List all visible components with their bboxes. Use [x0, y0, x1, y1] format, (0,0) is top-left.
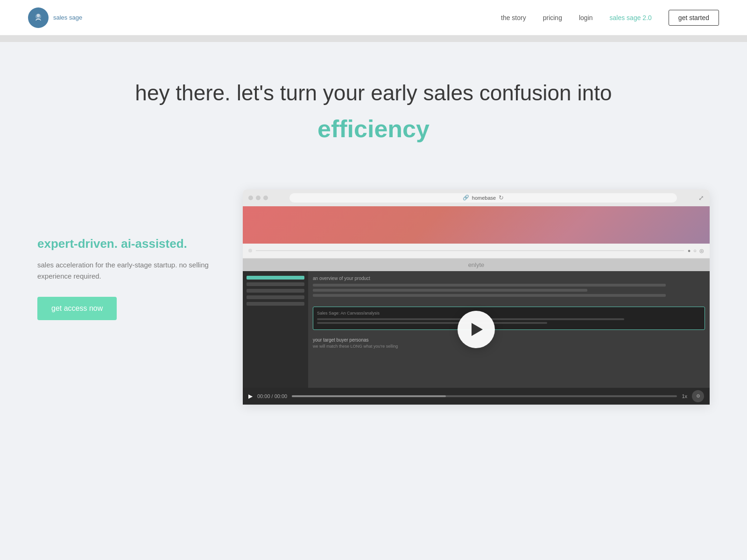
overview-section: an overview of your product: [313, 276, 705, 303]
expand-icon: ⤢: [698, 194, 704, 202]
hero-section: hey there. let's turn your early sales c…: [0, 42, 747, 161]
sidebar-item-2: [247, 289, 304, 293]
refresh-icon: ↻: [499, 194, 504, 201]
hero-highlight: efficiency: [28, 115, 719, 143]
app-name: enlyte: [468, 261, 485, 268]
nav: the story pricing login sales sage 2.0 g…: [501, 10, 719, 26]
target-label: your target buyer personas: [313, 337, 705, 343]
overview-label: an overview of your product: [313, 276, 705, 281]
content-section: expert-driven. ai-assisted. sales accele…: [0, 161, 747, 441]
video-panel: 🔗 homebase ↻ ⤢ ● ○ ◎ enlyte: [243, 189, 710, 405]
sidebar-item-3: [247, 295, 304, 299]
get-started-button[interactable]: get started: [669, 10, 719, 26]
app-icon-1: ●: [688, 248, 691, 254]
hero-headline: hey there. let's turn your early sales c…: [28, 79, 719, 107]
text-row-1: [313, 284, 666, 287]
url-label: homebase: [472, 195, 496, 201]
input-content-2: [317, 322, 547, 324]
video-speed: 1x: [682, 393, 687, 399]
play-button[interactable]: [458, 311, 495, 348]
app-nav-dot-1: [248, 249, 252, 252]
nav-story[interactable]: the story: [501, 14, 526, 21]
play-triangle-icon: [472, 323, 483, 336]
app-icon-3: ◎: [699, 248, 704, 254]
text-row-3: [313, 294, 666, 297]
sidebar-item-1: [247, 282, 304, 286]
get-access-button[interactable]: get access now: [37, 297, 117, 320]
video-content-wrapper: an overview of your product Sales Sage: …: [243, 271, 710, 388]
logo-text: sales sage: [53, 14, 82, 21]
video-speed-symbol: ⚙: [696, 393, 700, 399]
scroll-bar: [0, 35, 747, 42]
app-nav-divider: [256, 250, 684, 251]
svg-point-2: [37, 14, 40, 17]
video-time: 00:00 / 00:00: [257, 393, 287, 399]
video-progress-bar[interactable]: [292, 395, 677, 397]
logo[interactable]: sales sage: [28, 7, 82, 28]
video-controls: ▶ 00:00 / 00:00 1x ⚙: [243, 388, 710, 405]
video-play-icon[interactable]: ▶: [248, 393, 253, 399]
sidebar-item-active: [247, 276, 304, 280]
browser-chrome: 🔗 homebase ↻ ⤢: [243, 189, 710, 206]
nav-login[interactable]: login: [579, 14, 593, 21]
header: sales sage the story pricing login sales…: [0, 0, 747, 35]
browser-dot-3: [263, 196, 268, 200]
browser-dot-2: [256, 196, 261, 200]
app-name-label: enlyte: [243, 259, 710, 271]
inner-app-main: an overview of your product Sales Sage: …: [308, 271, 710, 388]
browser-url-bar[interactable]: 🔗 homebase ↻: [289, 193, 677, 203]
text-row-2: [313, 289, 587, 292]
app-icon-2: ○: [693, 248, 697, 254]
video-speed-icon[interactable]: ⚙: [692, 390, 704, 402]
video-progress-fill: [292, 395, 446, 397]
input-label: Sales Sage: An Canvass/analysis: [317, 311, 701, 315]
nav-pricing[interactable]: pricing: [543, 14, 562, 21]
logo-icon: [28, 7, 49, 28]
sidebar-item-4: [247, 302, 304, 306]
target-sub-label: we will match these LONG what you're sel…: [313, 344, 705, 349]
target-section: your target buyer personas we will match…: [313, 334, 705, 349]
app-nav-icons: ● ○ ◎: [688, 248, 704, 254]
tagline: expert-driven. ai-assisted.: [37, 236, 215, 252]
app-gradient-header: [243, 206, 710, 244]
inner-app-sidebar: [243, 271, 308, 388]
tagline-description: sales acceleration for the early-stage s…: [37, 259, 215, 282]
left-panel: expert-driven. ai-assisted. sales accele…: [37, 189, 215, 320]
link-icon: 🔗: [463, 195, 469, 201]
app-input-area[interactable]: Sales Sage: An Canvass/analysis: [313, 307, 705, 330]
browser-dot-1: [248, 196, 253, 200]
nav-sales-sage-2[interactable]: sales sage 2.0: [610, 14, 652, 21]
app-top-bar: ● ○ ◎: [243, 244, 710, 259]
